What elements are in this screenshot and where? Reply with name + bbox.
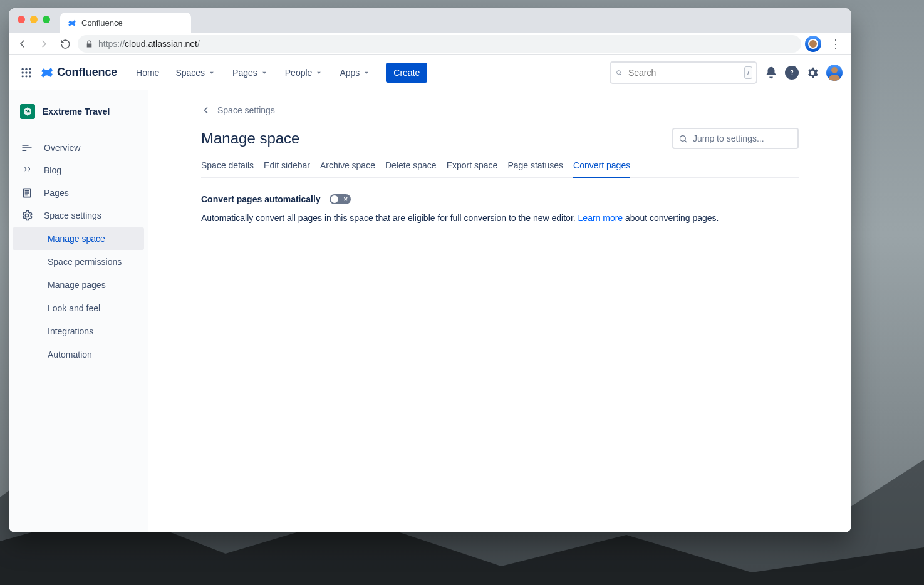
sidebar: Exxtreme Travel Overview Blog Pages Spac… [9,90,148,532]
convert-pages-auto-toggle[interactable] [330,194,351,204]
svg-point-10 [791,74,792,75]
nav-apps[interactable]: Apps [333,63,377,83]
settings-tabs: Space details Edit sidebar Archive space… [201,160,799,178]
forward-button[interactable] [35,35,53,53]
space-name: Exxtreme Travel [43,106,110,116]
jump-to-settings[interactable]: Jump to settings... [672,128,799,149]
chevron-down-icon [260,68,269,77]
sidebar-sub-manage-space[interactable]: Manage space [13,227,144,250]
tab-delete-space[interactable]: Delete space [385,160,437,177]
chevron-left-icon [201,105,211,115]
confluence-app: Confluence Home Spaces Pages People Apps… [9,55,851,532]
tab-page-statuses[interactable]: Page statuses [507,160,563,177]
sidebar-item-pages[interactable]: Pages [9,182,148,204]
address-bar[interactable]: https://cloud.atlassian.net/ [78,35,801,53]
help-button[interactable] [785,66,799,80]
product-name: Confluence [57,66,117,79]
svg-point-8 [29,75,31,77]
sidebar-item-blog[interactable]: Blog [9,159,148,182]
nav-people[interactable]: People [279,63,330,83]
browser-profile-avatar[interactable] [805,36,821,52]
main-content: Space settings Manage space Jump to sett… [148,90,851,532]
browser-tab[interactable]: Confluence [60,13,191,33]
chevron-down-icon [207,68,216,77]
browser-menu[interactable]: ⋮ [825,37,846,51]
user-avatar[interactable] [826,65,843,81]
browser-tab-title: Confluence [81,18,123,28]
svg-point-0 [22,68,24,70]
space-icon [20,104,35,119]
search-input[interactable] [627,67,739,78]
tab-export-space[interactable]: Export space [447,160,498,177]
lock-icon [85,40,93,48]
gear-icon [20,209,34,222]
sidebar-item-overview[interactable]: Overview [9,137,148,159]
nav-home[interactable]: Home [130,63,165,83]
convert-pages-auto-label: Convert pages automatically [201,194,321,204]
svg-point-14 [680,135,686,141]
chevron-down-icon [314,68,323,77]
confluence-favicon [68,19,76,28]
svg-point-2 [29,68,31,70]
sidebar-sub-automation[interactable]: Automation [13,343,144,366]
tab-edit-sidebar[interactable]: Edit sidebar [264,160,310,177]
svg-point-11 [26,110,28,111]
nav-spaces[interactable]: Spaces [169,63,222,83]
tab-convert-pages[interactable]: Convert pages [573,160,630,177]
convert-pages-auto-row: Convert pages automatically [201,194,799,204]
page-title: Manage space [201,130,299,147]
global-search[interactable]: / [610,61,757,84]
create-button[interactable]: Create [386,63,427,83]
window-controls [18,16,50,23]
nav-pages[interactable]: Pages [226,63,275,83]
svg-point-13 [26,214,29,217]
reload-button[interactable] [56,35,74,53]
svg-point-3 [22,71,24,73]
tab-space-details[interactable]: Space details [201,160,254,177]
overview-icon [20,142,34,154]
svg-point-1 [25,68,27,70]
window-close[interactable] [18,16,25,23]
sidebar-sub-space-permissions[interactable]: Space permissions [13,251,144,273]
settings-button[interactable] [802,63,823,83]
sidebar-item-space-settings[interactable]: Space settings [9,204,148,227]
notifications-button[interactable] [761,63,781,83]
space-header[interactable]: Exxtreme Travel [9,104,148,119]
tab-archive-space[interactable]: Archive space [320,160,375,177]
blog-icon [20,164,34,177]
product-logo[interactable]: Confluence [40,66,117,80]
sidebar-sub-integrations[interactable]: Integrations [13,320,144,343]
chevron-down-icon [362,68,371,77]
svg-point-5 [29,71,31,73]
window-zoom[interactable] [43,16,50,23]
svg-point-4 [25,71,27,73]
breadcrumb[interactable]: Space settings [201,105,799,115]
confluence-icon [40,66,54,80]
back-button[interactable] [14,35,31,53]
search-icon [616,68,622,78]
sidebar-sub-manage-pages[interactable]: Manage pages [13,274,144,296]
sidebar-sub-look-and-feel[interactable]: Look and feel [13,297,144,319]
convert-pages-description: Automatically convert all pages in this … [201,212,799,225]
window-minimize[interactable] [30,16,38,23]
browser-window: Confluence https://cloud.atlassian.net/ … [9,8,851,532]
svg-point-7 [25,75,27,77]
app-body: Exxtreme Travel Overview Blog Pages Spac… [9,90,851,532]
learn-more-link[interactable]: Learn more [578,213,623,223]
app-switcher[interactable] [18,64,35,81]
browser-toolbar: https://cloud.atlassian.net/ ⋮ [9,33,851,55]
search-shortcut: / [744,66,752,79]
svg-point-9 [617,70,621,74]
browser-titlebar: Confluence [9,8,851,33]
url-text: https://cloud.atlassian.net/ [98,39,200,49]
pages-icon [20,187,34,199]
top-nav: Confluence Home Spaces Pages People Apps… [9,55,851,90]
search-icon [678,134,688,143]
svg-point-6 [22,75,24,77]
